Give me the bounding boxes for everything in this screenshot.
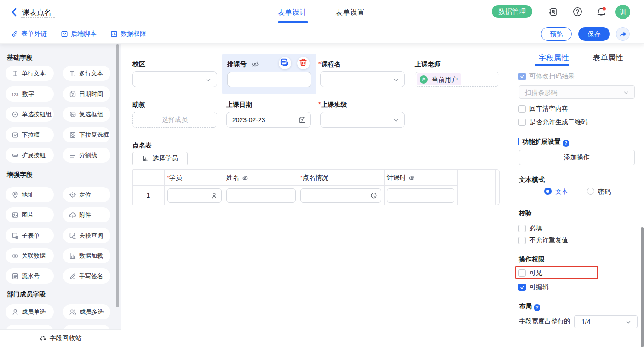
svg-text:123: 123 bbox=[12, 92, 18, 97]
